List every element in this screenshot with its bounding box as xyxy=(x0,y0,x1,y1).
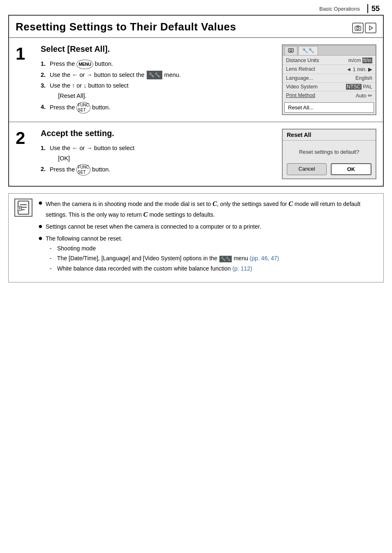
menu-row-lens: Lens Retract ◄ 1 min. ▶ xyxy=(283,65,376,74)
sub-item-3: - White balance data recorded with the c… xyxy=(50,264,378,273)
inst-3-num: 3. xyxy=(41,81,50,91)
print-method-val: Auto ✏ xyxy=(356,93,372,99)
cancel-button[interactable]: Cancel xyxy=(287,163,327,175)
mode-icons xyxy=(352,23,376,33)
lens-retract-val: ◄ 1 min. ▶ xyxy=(346,66,372,72)
note-icon xyxy=(14,199,32,217)
inst-3-text: Use the ↑ or ↓ button to select [Reset A… xyxy=(50,81,129,101)
svg-point-5 xyxy=(290,50,292,52)
ftin-selected: ft/in xyxy=(362,58,372,63)
sub-bullet-3: - xyxy=(50,264,57,273)
lens-retract-label: Lens Retract xyxy=(286,66,315,72)
menu-screenshot-1: 🔧🔧 Distance Units m/cm ft/in Lens Retrac… xyxy=(282,44,376,115)
wrench-icon-note: 🔧🔧 xyxy=(219,256,232,262)
note-item-2: ● Settings cannot be reset when the came… xyxy=(38,222,378,231)
dialog-title: Reset All xyxy=(283,130,376,141)
sub-text-1: Shooting mode xyxy=(57,244,96,253)
inst-4-text: Press the FUNCSET button. xyxy=(50,102,110,113)
step-1-image: 🔧🔧 Distance Units m/cm ft/in Lens Retrac… xyxy=(282,44,376,115)
note-item-3: ● The following cannot be reset. - Shoot… xyxy=(38,234,378,275)
inst-4-num: 4. xyxy=(41,102,50,112)
inst-2-num: 2. xyxy=(41,70,50,80)
step-2-title: Accept the setting. xyxy=(41,129,275,138)
ok-button[interactable]: OK xyxy=(331,163,371,175)
inst-1-num: 1. xyxy=(41,59,50,69)
sub-bullet-2: - xyxy=(50,254,57,263)
note-1-text: When the camera is in shooting mode and … xyxy=(46,199,378,220)
print-method-label: Print Method xyxy=(286,93,315,99)
s2-inst-1-text: Use the ← or → button to select [OK] xyxy=(50,143,134,163)
menu-row-print: Print Method Auto ✏ xyxy=(283,91,376,100)
c-mode-1: C xyxy=(212,200,217,207)
dialog-buttons: Cancel OK xyxy=(283,163,376,175)
step-1-inst-3: 3. Use the ↑ or ↓ button to select [Rese… xyxy=(41,81,275,101)
ntsc-selected: NTSC xyxy=(346,84,362,90)
menu-row-video: Video System NTSC PAL xyxy=(283,83,376,91)
note-3-text: The following cannot be reset. - Shootin… xyxy=(46,234,378,275)
page-number: 55 xyxy=(371,5,380,13)
dialog-screenshot: Reset All Reset settings to default? Can… xyxy=(282,129,376,179)
c-mode-2: C xyxy=(288,200,293,207)
menu-tab-wrench: 🔧🔧 xyxy=(298,46,318,55)
wrench-menu-icon: 🔧🔧 xyxy=(147,71,162,79)
step-1-inst-2: 2. Use the ← or → button to select the 🔧… xyxy=(41,70,275,80)
step-2-inst-1: 1. Use the ← or → button to select [OK] xyxy=(41,143,275,163)
sub-text-2: The [Date/Time], [Language] and [Video S… xyxy=(57,254,279,263)
notes-section: ● When the camera is in shooting mode an… xyxy=(8,193,384,282)
distance-units-label: Distance Units xyxy=(286,58,319,63)
language-label: Language... xyxy=(286,75,313,81)
page-container: Basic Operations 55 Resetting Settings t… xyxy=(0,0,392,553)
step-1-inst-1: 1. Press the MENU button. xyxy=(41,59,275,69)
note-item-1: ● When the camera is in shooting mode an… xyxy=(38,199,378,220)
note-2-bullet: ● xyxy=(38,222,46,231)
play-mode-icon xyxy=(365,23,376,33)
language-val: English xyxy=(355,75,372,81)
svg-rect-10 xyxy=(17,206,21,211)
menu-tab-camera xyxy=(284,46,297,55)
step-1-content: Select [Reset All]. 1. Press the MENU bu… xyxy=(41,44,275,115)
step-2-image: Reset All Reset settings to default? Can… xyxy=(282,129,376,179)
camera-mode-icon xyxy=(352,23,364,33)
menu-row-language: Language... English xyxy=(283,74,376,83)
sub-item-2: - The [Date/Time], [Language] and [Video… xyxy=(50,254,378,263)
step-1-title: Select [Reset All]. xyxy=(41,44,275,54)
page-title: Resetting Settings to Their Default Valu… xyxy=(16,21,376,33)
distance-units-val: m/cm ft/in xyxy=(348,58,372,63)
inst-1-text: Press the MENU button. xyxy=(50,59,113,69)
step-2-instructions: 1. Use the ← or → button to select [OK] … xyxy=(41,143,275,176)
header-divider xyxy=(367,4,368,13)
pp-link-1[interactable]: (pp. 46, 47) xyxy=(250,255,279,261)
reset-all-menu-item: Reset All... xyxy=(284,102,374,113)
s2-inst-1-num: 1. xyxy=(41,143,50,153)
c-mode-3: C xyxy=(143,211,148,218)
step-2-section: 2 Accept the setting. 1. Use the ← or → … xyxy=(9,122,383,186)
note-1-bullet: ● xyxy=(38,199,46,208)
sub-item-1: - Shooting mode xyxy=(50,244,378,253)
pp-link-2[interactable]: (p. 112) xyxy=(232,265,252,272)
section-label: Basic Operations xyxy=(319,6,360,12)
step-1-number: 1 xyxy=(16,44,34,115)
svg-point-1 xyxy=(357,27,359,30)
menu-rows: Distance Units m/cm ft/in Lens Retract ◄… xyxy=(283,56,376,101)
sub-text-3: White balance data recorded with the cus… xyxy=(57,264,252,273)
dialog-body: Reset settings to default? xyxy=(283,141,376,159)
step-1-inst-4: 4. Press the FUNCSET button. xyxy=(41,102,275,113)
video-system-label: Video System xyxy=(286,84,318,90)
notes-list: ● When the camera is in shooting mode an… xyxy=(38,199,378,277)
video-system-val: NTSC PAL xyxy=(346,84,372,90)
inst-2-text: Use the ← or → button to select the 🔧🔧 m… xyxy=(50,70,181,80)
menu-icon: MENU xyxy=(76,60,93,69)
title-section: Resetting Settings to Their Default Valu… xyxy=(8,15,384,37)
step-1-section: 1 Select [Reset All]. 1. Press the MENU … xyxy=(9,38,383,122)
s2-inst-2-text: Press the FUNCSET button. xyxy=(50,164,110,176)
step-2-content: Accept the setting. 1. Use the ← or → bu… xyxy=(41,129,275,179)
menu-row-distance: Distance Units m/cm ft/in xyxy=(283,56,376,65)
svg-marker-3 xyxy=(369,26,373,30)
step-2-inst-2: 2. Press the FUNCSET button. xyxy=(41,164,275,176)
func-set-icon-2: FUNCSET xyxy=(76,164,90,176)
sub-list: - Shooting mode - The [Date/Time], [Lang… xyxy=(46,243,378,275)
step-1-instructions: 1. Press the MENU button. 2. Use the ← o… xyxy=(41,59,275,113)
page-header: Basic Operations 55 xyxy=(8,4,384,13)
menu-tabs: 🔧🔧 xyxy=(283,45,376,56)
steps-container: 1 Select [Reset All]. 1. Press the MENU … xyxy=(8,37,384,187)
